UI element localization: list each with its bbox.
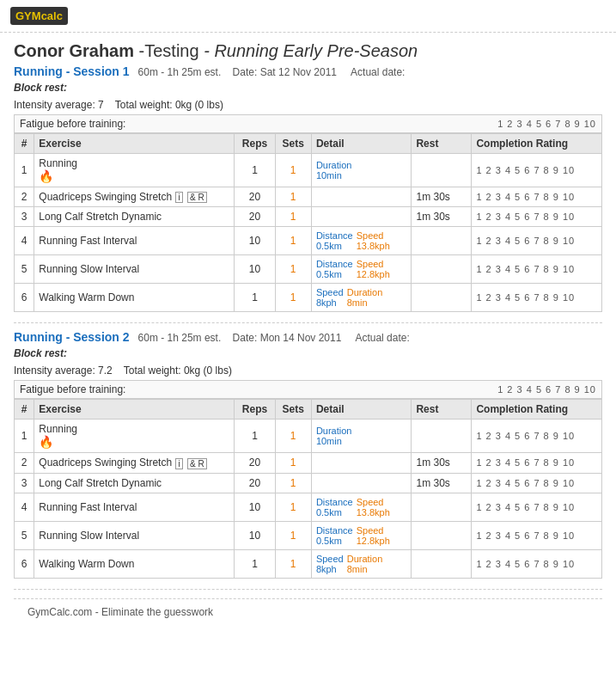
row-5-rest: [412, 521, 472, 549]
session-1-col-0: #: [15, 134, 34, 154]
content: Conor Graham -Testing - Running Early Pr…: [0, 33, 616, 634]
detail-item: Duration8min: [347, 554, 383, 574]
row-2-rest: 1m 30s: [412, 187, 472, 207]
row-4-rating-nums: 1 2 3 4 5 6 7 8 9 10: [476, 502, 575, 512]
session-1-fatigue-row: Fatigue before training:1 2 3 4 5 6 7 8 …: [14, 114, 602, 133]
row-5-num: 5: [15, 255, 34, 284]
exercise-tag: i: [175, 192, 182, 203]
session-2-meta: 60m - 1h 25m est. Date: Mon 14 Nov 2011 …: [138, 332, 410, 344]
row-5-reps: 10: [235, 255, 275, 284]
session-1-heading: Running - Session 1: [14, 64, 130, 78]
detail-item: Duration8min: [347, 287, 383, 308]
detail-item: Duration10min: [316, 426, 352, 446]
row-3-exercise: Long Calf Stretch Dynamic: [34, 473, 235, 493]
row-2-rest: 1m 30s: [412, 453, 472, 473]
session-1-intensity-row: Intensity average: 7 Total weight: 0kg (…: [14, 99, 602, 111]
row-3-sets: 1: [275, 473, 311, 493]
row-2-num: 2: [15, 453, 34, 473]
detail-item: Speed8kph: [316, 287, 344, 308]
row-6-exercise: Walking Warm Down: [34, 284, 235, 312]
row-3-reps: 20: [235, 473, 275, 493]
row-1-sets: 1: [275, 420, 311, 453]
row-6-reps: 1: [235, 549, 275, 578]
row-1-rest: [412, 154, 472, 187]
row-5-detail: Distance0.5kmSpeed12.8kph: [311, 255, 412, 284]
row-3-num: 3: [15, 473, 34, 493]
fire-icon: 🔥: [39, 435, 53, 449]
row-4-sets: 1: [275, 227, 311, 255]
row-4-reps: 10: [235, 493, 275, 521]
row-2-completion-rating: 1 2 3 4 5 6 7 8 9 10: [472, 187, 602, 207]
table-row: 1Running🔥11Duration10min1 2 3 4 5 6 7 8 …: [15, 420, 602, 453]
row-1-num: 1: [15, 420, 34, 453]
footer-divider: [14, 589, 602, 590]
row-1-completion-rating: 1 2 3 4 5 6 7 8 9 10: [472, 154, 602, 187]
row-4-num: 4: [15, 227, 34, 255]
fire-icon: 🔥: [39, 169, 53, 183]
session-2: Running - Session 260m - 1h 25m est. Dat…: [14, 330, 602, 578]
title-sep: -Testing: [134, 41, 199, 60]
session-1-fatigue-rating: 1 2 3 4 5 6 7 8 9 10: [497, 119, 596, 129]
row-3-detail: [311, 207, 412, 227]
session-2-fatigue-row: Fatigue before training:1 2 3 4 5 6 7 8 …: [14, 380, 602, 399]
row-6-completion-rating: 1 2 3 4 5 6 7 8 9 10: [472, 549, 602, 578]
table-row: 5Running Slow Interval101Distance0.5kmSp…: [15, 255, 602, 284]
row-5-exercise: Running Slow Interval: [34, 255, 235, 284]
exercise-tag: i: [175, 458, 182, 469]
row-4-reps: 10: [235, 227, 275, 255]
detail-item: Duration10min: [316, 160, 352, 181]
session-divider: [14, 322, 602, 323]
row-3-detail: [311, 473, 412, 493]
session-1-meta: 60m - 1h 25m est. Date: Sat 12 Nov 2011 …: [138, 66, 406, 78]
row-5-num: 5: [15, 521, 34, 549]
row-5-sets: 1: [275, 255, 311, 284]
session-1-col-3: Sets: [275, 134, 311, 154]
table-row: 6Walking Warm Down11Speed8kphDuration8mi…: [15, 284, 602, 312]
session-2-col-5: Rest: [412, 400, 472, 420]
logo-gym: GYM: [15, 9, 41, 22]
session-2-intensity-row: Intensity average: 7.2 Total weight: 0kg…: [14, 365, 602, 377]
session-2-col-4: Detail: [311, 400, 412, 420]
table-row: 1Running🔥11Duration10min1 2 3 4 5 6 7 8 …: [15, 154, 602, 187]
sessions-container: Running - Session 160m - 1h 25m est. Dat…: [14, 64, 602, 579]
row-2-sets: 1: [275, 187, 311, 207]
session-2-col-1: Exercise: [34, 400, 235, 420]
row-3-reps: 20: [235, 207, 275, 227]
table-row: 4Running Fast Interval101Distance0.5kmSp…: [15, 227, 602, 255]
row-2-reps: 20: [235, 453, 275, 473]
row-3-exercise: Long Calf Stretch Dynamic: [34, 207, 235, 227]
session-1-intensity: Intensity average: 7 Total weight: 0kg (…: [14, 99, 289, 111]
row-5-sets: 1: [275, 521, 311, 549]
logo-calc: calc: [41, 9, 63, 22]
row-5-rest: [412, 255, 472, 284]
row-6-rest: [412, 549, 472, 578]
row-1-exercise: Running🔥: [34, 420, 235, 453]
row-5-exercise: Running Slow Interval: [34, 521, 235, 549]
row-4-completion-rating: 1 2 3 4 5 6 7 8 9 10: [472, 493, 602, 521]
table-row: 3Long Calf Stretch Dynamic2011m 30s1 2 3…: [15, 207, 602, 227]
row-1-reps: 1: [235, 420, 275, 453]
row-2-detail: [311, 453, 412, 473]
detail-item: Distance0.5km: [316, 497, 353, 518]
row-3-num: 3: [15, 207, 34, 227]
row-2-detail: [311, 187, 412, 207]
table-row: 3Long Calf Stretch Dynamic2011m 30s1 2 3…: [15, 473, 602, 493]
title-name: Conor Graham: [14, 41, 134, 60]
detail-item: Distance0.5km: [316, 230, 353, 251]
session-1-table: #ExerciseRepsSetsDetailRestCompletion Ra…: [14, 133, 602, 312]
table-row: 2Quadriceps Swinging Stretch i & R2011m …: [15, 187, 602, 207]
row-1-rating-nums: 1 2 3 4 5 6 7 8 9 10: [476, 431, 575, 441]
row-2-reps: 20: [235, 187, 275, 207]
row-4-rest: [412, 227, 472, 255]
row-5-rating-nums: 1 2 3 4 5 6 7 8 9 10: [476, 530, 575, 541]
detail-item: Distance0.5km: [316, 259, 353, 279]
session-1-col-1: Exercise: [34, 134, 235, 154]
detail-item: Distance0.5km: [316, 525, 353, 546]
table-row: 5Running Slow Interval101Distance0.5kmSp…: [15, 521, 602, 549]
session-2-table: #ExerciseRepsSetsDetailRestCompletion Ra…: [14, 399, 602, 578]
footer-text: GymCalc.com - Eliminate the guesswork: [14, 598, 602, 625]
row-4-rating-nums: 1 2 3 4 5 6 7 8 9 10: [476, 236, 575, 246]
detail-item: Speed13.8kph: [357, 230, 390, 251]
detail-item: Speed12.8kph: [357, 259, 390, 279]
row-1-reps: 1: [235, 154, 275, 187]
